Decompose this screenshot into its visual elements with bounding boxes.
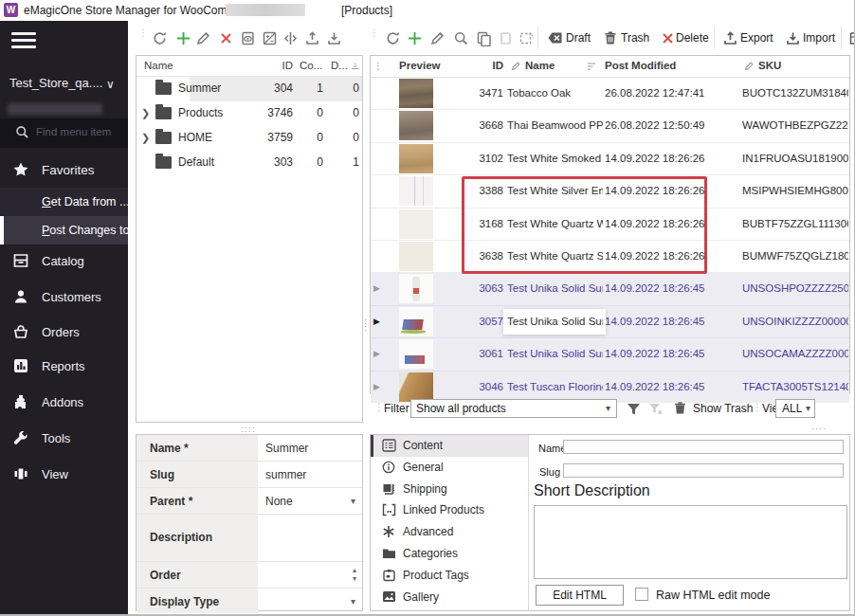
tab-shipping[interactable]: Shipping: [371, 479, 528, 500]
tab-advanced[interactable]: Advanced: [371, 521, 528, 543]
slug-input[interactable]: [563, 463, 844, 478]
tree-row-products[interactable]: ❯ Products 3746 0 0: [136, 101, 362, 126]
store-selector[interactable]: Test_Store_qa.... ∨: [0, 76, 128, 100]
filterbar-grip[interactable]: ⋮: [374, 405, 380, 409]
sidebar-item-orders[interactable]: Orders: [0, 316, 128, 348]
trash-icon[interactable]: [600, 27, 621, 48]
col-id[interactable]: ID: [454, 60, 503, 71]
import-button[interactable]: Import: [803, 27, 835, 48]
name-field[interactable]: Summer: [265, 442, 308, 455]
tab-gallery[interactable]: Gallery: [371, 587, 528, 608]
product-row[interactable]: 3668 Thai Beamwood PP797 26.08.2022 12:5…: [371, 110, 849, 142]
expand-chevron-icon[interactable]: ❯: [141, 132, 150, 144]
sidebar-item-reports[interactable]: Reports: [0, 350, 128, 382]
export-categories-icon[interactable]: [301, 27, 322, 48]
menu-search[interactable]: Find menu item: [0, 118, 128, 148]
filterbar-grip[interactable]: ⋮: [753, 405, 758, 409]
sidebar-item-tools[interactable]: Tools: [0, 422, 128, 454]
product-row[interactable]: ▶ 3063 Test Unika Solid Surfa 14.09.2022…: [371, 273, 849, 305]
hamburger-menu-icon[interactable]: [11, 32, 36, 49]
name-input[interactable]: [563, 440, 844, 454]
toolbar-grip[interactable]: ⋮: [138, 30, 144, 35]
tree-row-default[interactable]: Default 303 0 1: [136, 151, 362, 175]
import-icon[interactable]: [782, 27, 803, 48]
col-sku[interactable]: SKU: [758, 60, 781, 71]
product-row[interactable]: 3638 Test White Quartz Spla 14.09.2022 1…: [371, 241, 849, 273]
product-row[interactable]: 3168 Test White Quartz Wo 14.09.2022 18:…: [371, 208, 849, 241]
paste-product-button[interactable]: [495, 27, 516, 48]
duplicate-dashed-button[interactable]: [515, 27, 536, 48]
sidebar-item-favorites[interactable]: Favorites: [0, 154, 128, 186]
product-row-current[interactable]: ▶ 3057 Test Unika Solid Surfa 14.09.2022…: [371, 306, 849, 338]
col-name[interactable]: Name: [525, 60, 555, 71]
export-button[interactable]: Export: [740, 27, 773, 48]
product-row[interactable]: 3388 Test White Silver Embe 14.09.2022 1…: [371, 175, 849, 208]
slug-field[interactable]: summer: [265, 468, 306, 481]
edit-html-button[interactable]: Edit HTML: [536, 585, 624, 606]
product-row[interactable]: ▶ 3061 Test Unika Solid Surfa 14.09.2022…: [371, 338, 849, 371]
delete-button[interactable]: Delete: [676, 27, 709, 48]
row-expand-icon[interactable]: ▶: [373, 349, 380, 358]
sidebar-item-post-changes[interactable]: Post Changes to...: [0, 216, 128, 245]
col-name[interactable]: Name: [144, 60, 173, 71]
trash-icon[interactable]: [673, 401, 687, 416]
sidebar-item-customers[interactable]: Customers: [0, 281, 128, 313]
horizontal-splitter[interactable]: ········: [241, 426, 256, 433]
current-row-arrow-icon[interactable]: ▶: [373, 317, 380, 326]
col-modified[interactable]: Post Modified: [605, 60, 676, 71]
draft-button[interactable]: Draft: [566, 27, 591, 48]
product-row[interactable]: 3102 Test White Smoked Oa 14.09.2022 18:…: [371, 143, 849, 175]
add-product-button[interactable]: [404, 27, 425, 48]
copy-product-button[interactable]: [473, 27, 494, 48]
col-id[interactable]: ID: [250, 60, 293, 71]
tab-content[interactable]: Content: [371, 435, 528, 457]
sidebar-item-catalog[interactable]: Catalog: [0, 245, 128, 277]
export-icon[interactable]: [719, 27, 740, 48]
col-preview[interactable]: Preview: [399, 60, 440, 71]
chevron-down-icon[interactable]: ▾: [351, 596, 355, 607]
sidebar-item-addons[interactable]: Addons: [0, 386, 128, 418]
trash-button[interactable]: Trash: [621, 27, 649, 48]
tab-general[interactable]: General: [371, 457, 528, 479]
filter-dropdown[interactable]: Show all products ▾: [410, 399, 617, 418]
detail-panel-splitter[interactable]: ····: [811, 426, 827, 430]
tab-categories[interactable]: Categories: [371, 543, 528, 565]
view-dropdown[interactable]: ALL ▾: [775, 399, 815, 418]
refresh-categories-button[interactable]: [149, 27, 170, 48]
search-products-button[interactable]: [450, 27, 471, 48]
image-adjust-icon[interactable]: [259, 27, 280, 48]
col-d[interactable]: D...: [331, 60, 348, 71]
product-grid-header[interactable]: ⋮ Preview ID Name Post Modified SKU: [371, 56, 849, 78]
raw-html-checkbox[interactable]: [635, 588, 648, 601]
short-description-textarea[interactable]: [534, 505, 847, 579]
row-expand-icon[interactable]: ▶: [373, 382, 380, 391]
parent-dropdown[interactable]: None: [265, 495, 293, 508]
apply-filter-icon[interactable]: [626, 401, 642, 417]
edit-product-button[interactable]: [427, 27, 447, 48]
edit-category-button[interactable]: [192, 27, 213, 48]
expand-chevron-icon[interactable]: ❯: [141, 107, 150, 119]
tree-row-home[interactable]: ❯ HOME 3759 0 0: [136, 126, 362, 151]
tree-row-summer[interactable]: Summer 304 1 0: [136, 77, 362, 101]
clear-filter-icon[interactable]: [647, 401, 664, 417]
row-expand-icon[interactable]: ▶: [373, 283, 380, 293]
chevron-down-icon[interactable]: ▾: [351, 496, 355, 506]
import-categories-icon[interactable]: [323, 27, 344, 48]
col-count[interactable]: Co...: [300, 60, 322, 71]
show-trash-button[interactable]: Show Trash: [693, 402, 753, 415]
mass-operations-icon[interactable]: [846, 27, 855, 48]
add-category-button[interactable]: [173, 27, 193, 48]
toolbar-grip[interactable]: ⋮: [370, 30, 375, 35]
draft-icon[interactable]: [545, 27, 566, 48]
clipboard-preview-icon[interactable]: [237, 27, 258, 48]
split-view-icon[interactable]: [280, 27, 300, 48]
refresh-products-button[interactable]: [382, 27, 403, 48]
tab-linked-products[interactable]: Linked Products: [371, 499, 528, 521]
category-tree-header[interactable]: Name ID Co... D...: [136, 56, 362, 77]
spinner-stepper[interactable]: ▴▾: [353, 566, 356, 583]
product-row[interactable]: 3471 Tobacco Oak 26.08.2022 12:47:41 BUO…: [371, 78, 849, 110]
sidebar-item-get-data[interactable]: Get Data from ...: [0, 188, 128, 216]
sidebar-item-view[interactable]: View: [0, 458, 128, 490]
delete-x-icon[interactable]: [657, 27, 678, 48]
tab-product-tags[interactable]: Product Tags: [371, 565, 528, 587]
